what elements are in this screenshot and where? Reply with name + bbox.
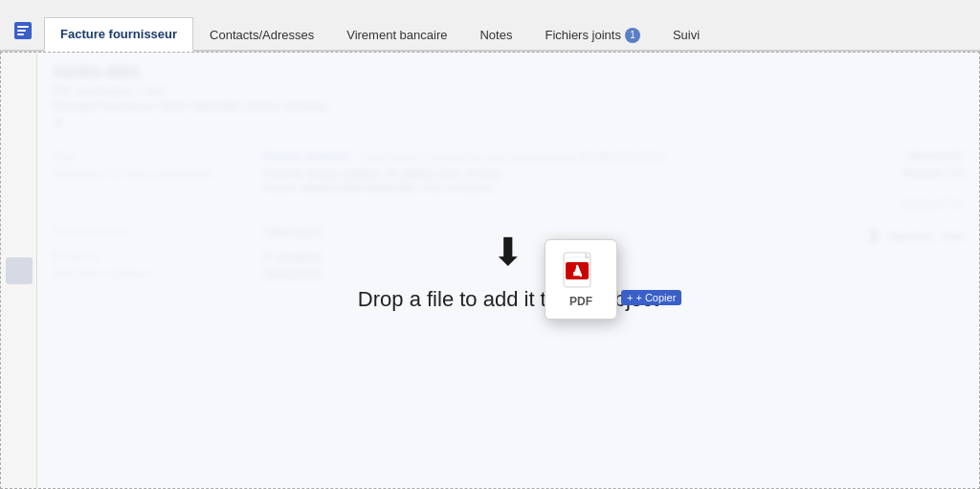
left-panel [1, 53, 37, 488]
tab-contacts-adresses[interactable]: Contacts/Adresses [193, 17, 330, 52]
pdf-svg [560, 251, 602, 293]
svg-rect-3 [17, 33, 24, 35]
fichiers-badge: 1 [625, 28, 640, 43]
tab-facture-fournisseur[interactable]: Facture fournisseur [44, 17, 193, 52]
tab-virement-bancaire[interactable]: Virement bancaire [330, 17, 463, 52]
tab-bar: Facture fournisseur Contacts/Adresses Vi… [0, 0, 980, 52]
content-area: SI2301-0001 Réf. fournisseur // test Exe… [37, 53, 979, 488]
drop-icon: ⬇ [492, 230, 524, 274]
copy-badge-label: + Copier [635, 292, 676, 303]
pdf-icon-box: PDF [545, 239, 617, 320]
svg-rect-1 [17, 26, 29, 28]
copy-cursor-badge: + + Copier [621, 290, 681, 305]
tab-notes[interactable]: Notes [463, 17, 528, 52]
svg-rect-2 [17, 30, 26, 32]
record-thumbnail-icon [6, 257, 33, 284]
tab-fichiers-joints[interactable]: Fichiers joints 1 [528, 17, 656, 52]
app-icon [8, 13, 38, 48]
tab-suivi[interactable]: Suivi [657, 17, 716, 52]
main-content-area: SI2301-0001 Réf. fournisseur // test Exe… [0, 52, 980, 489]
drop-zone-overlay[interactable]: ⬇ Drop a file to add it to this object [37, 53, 979, 488]
pdf-label: PDF [569, 295, 592, 308]
pdf-drag-icon: PDF [545, 239, 621, 325]
plus-icon: + [627, 292, 633, 303]
